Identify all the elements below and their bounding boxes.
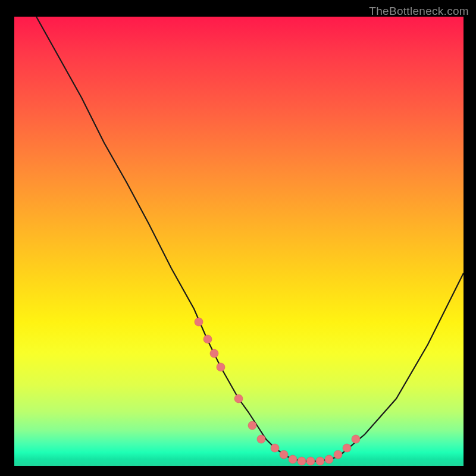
bottleneck-curve [36,17,464,461]
marker-dot [306,457,315,465]
marker-dot [248,421,256,430]
marker-dot [271,444,279,452]
marker-dot [352,435,360,443]
marker-group [195,318,360,465]
marker-dot [210,349,218,358]
chart-svg [14,17,464,466]
marker-dot [280,450,288,459]
marker-dot [343,444,351,452]
marker-dot [217,363,225,371]
marker-dot [316,457,324,465]
marker-dot [334,450,342,459]
bottleneck-chart: TheBottleneck.com [0,0,476,476]
marker-dot [257,435,265,443]
marker-dot [289,455,297,464]
marker-dot [298,457,306,465]
watermark-text: TheBottleneck.com [369,5,469,18]
marker-dot [325,455,333,464]
marker-dot [234,394,243,403]
marker-dot [203,335,212,343]
plot-area [14,17,464,466]
marker-dot [195,318,203,326]
